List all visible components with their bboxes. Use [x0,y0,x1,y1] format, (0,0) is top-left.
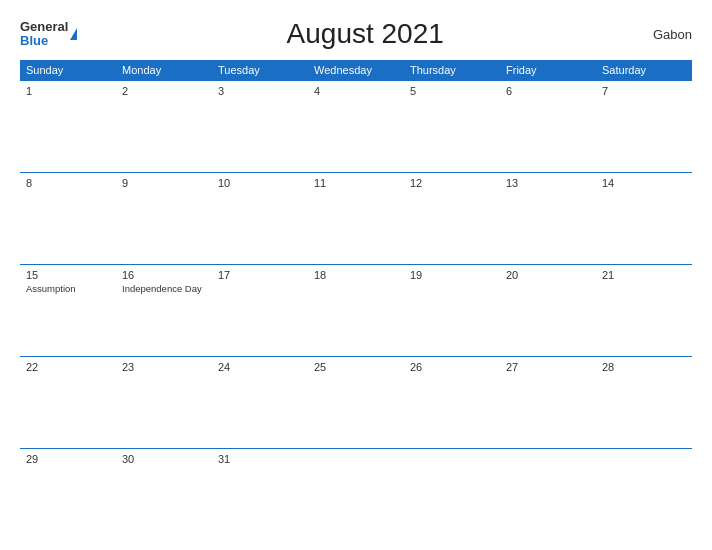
calendar-header: Sunday Monday Tuesday Wednesday Thursday… [20,60,692,81]
day-number: 15 [26,269,110,281]
week-row-3: 15Assumption16Independence Day1718192021 [20,264,692,356]
week-row-2: 891011121314 [20,172,692,264]
day-number: 27 [506,361,590,373]
day-cell: 25 [308,356,404,448]
day-number: 30 [122,453,206,465]
day-number: 4 [314,85,398,97]
day-number: 2 [122,85,206,97]
day-number: 18 [314,269,398,281]
day-number: 25 [314,361,398,373]
day-cell: 5 [404,81,500,173]
day-cell: 16Independence Day [116,264,212,356]
day-cell [404,448,500,540]
day-number: 21 [602,269,686,281]
day-number: 10 [218,177,302,189]
week-row-1: 1234567 [20,81,692,173]
header-saturday: Saturday [596,60,692,81]
day-number: 20 [506,269,590,281]
day-number: 26 [410,361,494,373]
calendar-title: August 2021 [77,18,653,50]
day-cell: 17 [212,264,308,356]
day-cell: 23 [116,356,212,448]
calendar-body: 123456789101112131415Assumption16Indepen… [20,81,692,541]
logo-blue: Blue [20,34,68,48]
header-monday: Monday [116,60,212,81]
day-number: 7 [602,85,686,97]
header-sunday: Sunday [20,60,116,81]
day-cell: 21 [596,264,692,356]
day-cell: 2 [116,81,212,173]
day-cell: 7 [596,81,692,173]
logo-general: General [20,20,68,34]
event-label: Assumption [26,283,110,294]
day-number: 5 [410,85,494,97]
day-cell: 19 [404,264,500,356]
day-number: 29 [26,453,110,465]
day-number: 9 [122,177,206,189]
day-cell [596,448,692,540]
header-wednesday: Wednesday [308,60,404,81]
header-tuesday: Tuesday [212,60,308,81]
day-cell [500,448,596,540]
header-friday: Friday [500,60,596,81]
day-number: 23 [122,361,206,373]
calendar-table: Sunday Monday Tuesday Wednesday Thursday… [20,60,692,540]
day-number: 6 [506,85,590,97]
day-cell: 11 [308,172,404,264]
days-header-row: Sunday Monday Tuesday Wednesday Thursday… [20,60,692,81]
country-label: Gabon [653,27,692,42]
event-label: Independence Day [122,283,206,294]
day-cell: 30 [116,448,212,540]
day-cell: 28 [596,356,692,448]
day-cell: 10 [212,172,308,264]
day-number: 11 [314,177,398,189]
day-number: 1 [26,85,110,97]
day-number: 8 [26,177,110,189]
day-cell: 15Assumption [20,264,116,356]
header: General Blue August 2021 Gabon [20,18,692,50]
day-cell: 27 [500,356,596,448]
logo: General Blue [20,20,77,49]
day-cell: 14 [596,172,692,264]
day-cell: 13 [500,172,596,264]
day-cell: 1 [20,81,116,173]
day-cell: 20 [500,264,596,356]
week-row-4: 22232425262728 [20,356,692,448]
day-cell: 6 [500,81,596,173]
day-number: 31 [218,453,302,465]
day-cell: 26 [404,356,500,448]
day-number: 14 [602,177,686,189]
day-cell: 4 [308,81,404,173]
day-cell: 29 [20,448,116,540]
day-cell: 18 [308,264,404,356]
day-cell: 31 [212,448,308,540]
day-number: 19 [410,269,494,281]
day-number: 22 [26,361,110,373]
day-cell [308,448,404,540]
day-number: 24 [218,361,302,373]
day-number: 12 [410,177,494,189]
day-cell: 24 [212,356,308,448]
logo-triangle-icon [70,28,77,40]
day-cell: 8 [20,172,116,264]
day-number: 13 [506,177,590,189]
week-row-5: 293031 [20,448,692,540]
day-cell: 3 [212,81,308,173]
header-thursday: Thursday [404,60,500,81]
day-cell: 12 [404,172,500,264]
day-number: 17 [218,269,302,281]
calendar-page: General Blue August 2021 Gabon Sunday Mo… [0,0,712,550]
day-number: 16 [122,269,206,281]
day-number: 3 [218,85,302,97]
day-cell: 9 [116,172,212,264]
day-number: 28 [602,361,686,373]
day-cell: 22 [20,356,116,448]
